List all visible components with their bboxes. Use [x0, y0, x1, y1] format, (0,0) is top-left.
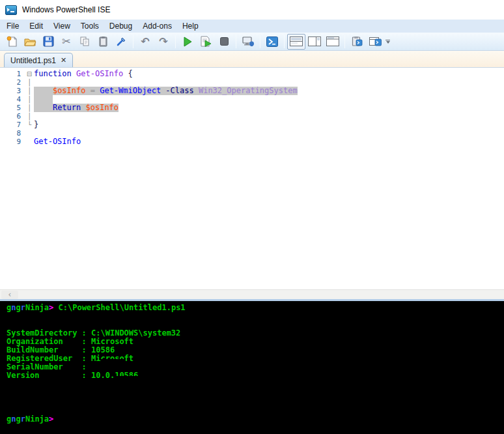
line-number: 4: [0, 95, 25, 104]
line-number: 6: [0, 112, 25, 121]
tab-close-icon[interactable]: ✕: [61, 56, 66, 65]
copy-icon: [79, 36, 90, 47]
menu-item-file[interactable]: File: [1, 20, 24, 32]
tab-label: Untitled1.ps1: [10, 56, 56, 65]
line-number: 8: [0, 129, 25, 137]
copy-button[interactable]: [76, 34, 94, 50]
show-script-pane-top-button[interactable]: [287, 34, 305, 50]
new-script-icon: [7, 36, 18, 48]
remote-computer-icon: [242, 36, 255, 47]
code-text: Return $osInfo: [34, 104, 119, 112]
menu-item-addons[interactable]: Add-ons: [137, 20, 177, 32]
clipboard-powershell-icon: [352, 36, 363, 47]
line-number: 9: [0, 137, 25, 146]
fold-guide: │: [25, 95, 34, 104]
save-button[interactable]: [39, 34, 57, 50]
new-script-button[interactable]: [3, 34, 21, 50]
fold-collapse-icon[interactable]: ⊟: [25, 70, 34, 78]
tab-untitled1[interactable]: Untitled1.ps1 ✕: [4, 53, 73, 67]
script-editor-pane[interactable]: 1⊟function Get-OSInfo {2│3│ $osInfo = Ge…: [0, 68, 504, 289]
redaction-bar: [101, 359, 126, 363]
console-pane[interactable]: gngrNinja> C:\PowerShell\Untitled1.ps1 S…: [0, 301, 504, 434]
fold-guide: └: [25, 121, 34, 129]
undo-button[interactable]: ↶: [136, 34, 154, 50]
stop-square-icon: [220, 37, 229, 46]
code-line-3[interactable]: 3│ $osInfo = Get-WmiObject -Class Win32_…: [0, 87, 504, 95]
menu-bar: FileEditViewToolsDebugAdd-onsHelp: [0, 20, 504, 33]
cut-scissors-icon: ✂: [62, 36, 70, 47]
undo-arrow-icon: ↶: [141, 36, 149, 47]
code-text: Get-OSInfo: [34, 137, 81, 146]
menu-item-tools[interactable]: Tools: [76, 20, 104, 32]
toolbar-separator: [260, 35, 260, 48]
code-line-9[interactable]: 9 Get-OSInfo: [0, 137, 504, 146]
open-folder-icon: [24, 36, 36, 47]
toolbar-separator: [175, 35, 176, 48]
fold-guide: [25, 129, 34, 137]
menu-item-help[interactable]: Help: [177, 20, 204, 32]
toolbar: ✂ ↶ ↷: [0, 33, 504, 51]
menu-item-edit[interactable]: Edit: [24, 20, 48, 32]
redo-arrow-icon: ↷: [159, 36, 167, 47]
script-pane-addon-2-button[interactable]: [366, 34, 384, 50]
clear-console-pane-button[interactable]: [112, 34, 130, 50]
start-powershell-button[interactable]: [263, 34, 281, 50]
new-remote-powershell-tab-button[interactable]: [239, 34, 257, 50]
code-text: function Get-OSInfo {: [34, 70, 133, 78]
fold-guide: │: [25, 112, 34, 121]
run-selection-icon: [200, 36, 212, 47]
console-output: SystemDirectory : C:\WINDOWS\system32Org…: [7, 329, 504, 380]
fold-guide: │: [25, 104, 34, 112]
window-title: Windows PowerShell ISE: [22, 5, 110, 14]
tab-row: Untitled1.ps1 ✕: [0, 51, 504, 68]
code-line-1[interactable]: 1⊟function Get-OSInfo {: [0, 70, 504, 78]
code-line-5[interactable]: 5│ Return $osInfo: [0, 104, 504, 112]
scroll-left-button[interactable]: ‹: [1, 291, 18, 299]
editor-horizontal-scrollbar[interactable]: ‹: [0, 289, 504, 299]
code-text: }: [34, 121, 38, 129]
run-script-button[interactable]: [178, 34, 197, 50]
code-line-7[interactable]: 7└}: [0, 121, 504, 129]
fold-guide: │: [25, 87, 34, 95]
line-number: 1: [0, 70, 25, 78]
toolbar-separator: [236, 35, 236, 48]
title-bar: Windows PowerShell ISE: [0, 0, 504, 20]
paste-button[interactable]: [94, 34, 112, 50]
console-current-prompt: gngrNinja>: [7, 415, 504, 424]
overflow-bar-icon: [385, 40, 390, 40]
toolbar-separator: [284, 35, 285, 48]
line-number: 7: [0, 121, 25, 129]
code-line-6[interactable]: 6│: [0, 112, 504, 121]
line-number: 5: [0, 104, 25, 112]
paste-clipboard-icon: [98, 36, 108, 47]
script-pane-right-icon: [308, 36, 321, 46]
clear-console-wand-icon: [116, 36, 127, 47]
open-script-button[interactable]: [21, 34, 39, 50]
run-play-icon: [183, 36, 192, 47]
script-pane-top-icon: [290, 36, 303, 46]
window-powershell-icon: [369, 36, 382, 47]
redaction-bar: [115, 376, 139, 380]
console-prompt-line: gngrNinja> C:\PowerShell\Untitled1.ps1: [7, 304, 504, 312]
show-script-pane-maximized-button[interactable]: [324, 34, 342, 50]
show-script-pane-right-button[interactable]: [305, 34, 324, 50]
menu-item-debug[interactable]: Debug: [104, 20, 137, 32]
script-pane-addon-1-button[interactable]: [348, 34, 366, 50]
toolbar-overflow-button[interactable]: [385, 40, 390, 44]
console-command: C:\PowerShell\Untitled1.ps1: [53, 303, 185, 312]
run-selection-button[interactable]: [197, 34, 215, 50]
line-number: 3: [0, 87, 25, 95]
line-number: 2: [0, 78, 25, 87]
powershell-logo-icon: [266, 36, 278, 47]
stop-operation-button[interactable]: [215, 34, 233, 50]
menu-item-view[interactable]: View: [48, 20, 76, 32]
cut-button[interactable]: ✂: [57, 34, 76, 50]
fold-guide: [25, 137, 34, 146]
toolbar-separator: [133, 35, 133, 48]
powershell-ise-window: Windows PowerShell ISE FileEditViewTools…: [0, 0, 504, 434]
console-output-line: Version : 10.0.10586: [7, 371, 504, 380]
powershell-ise-app-icon: [5, 5, 17, 15]
toolbar-separator: [344, 35, 345, 48]
redo-button[interactable]: ↷: [154, 34, 173, 50]
code-text: $osInfo = Get-WmiObject -Class Win32_Ope…: [34, 87, 298, 95]
